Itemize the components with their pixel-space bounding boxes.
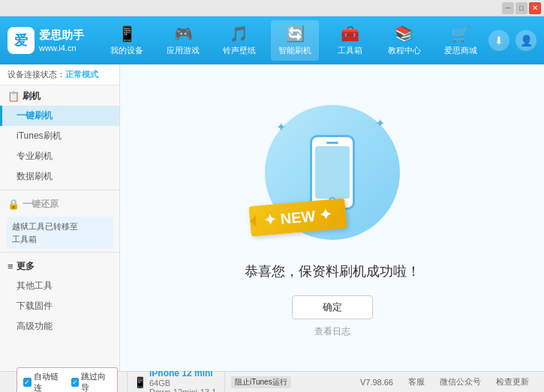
nav-item-apps[interactable]: 🎮 应用游戏 <box>159 20 207 61</box>
sidebar-section-flash: 📋 刷机 <box>0 85 119 106</box>
auto-connect-label: 自动链连 <box>34 371 64 393</box>
sidebar-item-advanced[interactable]: 高级功能 <box>0 316 119 337</box>
skip-guide-cb-box[interactable] <box>71 378 80 387</box>
skip-guide-label: 跳过向导 <box>81 371 111 393</box>
sidebar-item-other-tools[interactable]: 其他工具 <box>0 276 119 296</box>
logo-icon-text: 爱 <box>14 31 28 49</box>
restore-section-icon: 🔒 <box>8 199 20 210</box>
download-button[interactable]: ⬇ <box>488 30 509 51</box>
nav-flash-icon: 🔄 <box>286 25 305 43</box>
nav-items: 📱 我的设备 🎮 应用游戏 🎵 铃声壁纸 🔄 智能刷机 🧰 工具箱 📚 教程中心… <box>99 20 488 61</box>
nav-flash-label: 智能刷机 <box>278 45 311 56</box>
more-section-label: 更多 <box>17 260 35 273</box>
nav-item-toolbox[interactable]: 🧰 工具箱 <box>327 20 372 61</box>
maximize-button[interactable]: □ <box>515 2 527 14</box>
skip-guide-checkbox[interactable]: 跳过向导 <box>71 371 112 393</box>
sidebar-item-data-flash[interactable]: 数据刷机 <box>0 166 119 187</box>
sidebar-divider-1 <box>0 190 119 190</box>
nav-tutorial-label: 教程中心 <box>388 45 421 56</box>
nav-apps-label: 应用游戏 <box>167 45 200 56</box>
sidebar-item-pro-flash[interactable]: 专业刷机 <box>0 146 119 166</box>
nav-toolbox-icon: 🧰 <box>341 25 359 43</box>
itunes-area: 阻止iTunes运行 <box>225 376 297 388</box>
user-button[interactable]: 👤 <box>515 30 536 51</box>
nav-toolbox-label: 工具箱 <box>338 45 362 56</box>
main-area: 设备连接状态：正常模式 📋 刷机 一键刷机 iTunes刷机 专业刷机 数据刷机… <box>0 64 544 371</box>
title-bar: ─ □ ✕ <box>0 0 544 16</box>
version-label: V7.98.66 <box>360 378 393 387</box>
sub-link[interactable]: 查看日志 <box>314 325 350 338</box>
status-label: 设备连接状态： <box>8 70 65 79</box>
auto-connect-cb-box[interactable] <box>23 378 32 387</box>
bottom-bar: 自动链连 跳过向导 📱 iPhone 12 mini 64GB Down-12m… <box>0 371 544 392</box>
bottom-status-items: V7.98.66 客服 微信公众号 检查更新 <box>360 376 536 388</box>
nav-apps-icon: 🎮 <box>174 25 193 43</box>
nav-item-smart-flash[interactable]: 🔄 智能刷机 <box>271 20 319 61</box>
device-storage: 64GB <box>149 379 216 388</box>
sidebar: 设备连接状态：正常模式 📋 刷机 一键刷机 iTunes刷机 专业刷机 数据刷机… <box>0 64 120 371</box>
left-panel: 设备连接状态：正常模式 📋 刷机 一键刷机 iTunes刷机 专业刷机 数据刷机… <box>0 64 120 371</box>
flash-section-icon: 📋 <box>8 91 20 102</box>
logo-sub-text: www.i4.cn <box>39 43 84 53</box>
sidebar-info-box: 越狱工具已转移至工具箱 <box>6 217 113 249</box>
confirm-button[interactable]: 确定 <box>292 295 373 319</box>
flash-section-label: 刷机 <box>23 90 41 103</box>
restore-section-label: 一键还原 <box>23 198 59 211</box>
auto-connect-checkbox[interactable]: 自动链连 <box>23 371 64 393</box>
nav-tutorial-icon: 📚 <box>395 25 413 43</box>
nav-right: ⬇ 👤 <box>488 30 536 51</box>
service-link[interactable]: 客服 <box>408 376 425 388</box>
nav-item-store[interactable]: 🛒 爱思商城 <box>437 20 485 61</box>
sidebar-section-more: ≡ 更多 <box>0 256 119 276</box>
bottom-left: 自动链连 跳过向导 <box>8 372 128 392</box>
stop-itunes-button[interactable]: 阻止iTunes运行 <box>231 376 291 388</box>
phone-screen <box>315 146 350 199</box>
status-value: 正常模式 <box>65 70 98 79</box>
nav-item-tutorial[interactable]: 📚 教程中心 <box>380 20 428 61</box>
wechat-link[interactable]: 微信公众号 <box>440 376 481 388</box>
new-text: NEW <box>279 208 315 227</box>
sparkle-tl: ✦ <box>276 120 286 134</box>
sidebar-item-download-firmware[interactable]: 下载固件 <box>0 296 119 316</box>
device-details: iPhone 12 mini 64GB Down-12mini-13,1 <box>149 368 216 393</box>
logo-icon: 爱 <box>8 27 35 54</box>
device-card: 📱 iPhone 12 mini 64GB Down-12mini-13,1 <box>128 372 225 392</box>
close-button[interactable]: ✕ <box>529 2 541 14</box>
nav-ringtone-icon: 🎵 <box>230 25 248 43</box>
logo: 爱 爱思助手 www.i4.cn <box>8 27 84 54</box>
nav-ringtone-label: 铃声壁纸 <box>223 45 256 56</box>
device-model: Down-12mini-13,1 <box>149 388 216 393</box>
top-nav: 爱 爱思助手 www.i4.cn 📱 我的设备 🎮 应用游戏 🎵 铃声壁纸 🔄 … <box>0 16 544 64</box>
status-bar: 设备连接状态：正常模式 <box>0 64 119 85</box>
logo-main-text: 爱思助手 <box>39 28 84 43</box>
more-section-icon: ≡ <box>8 261 14 272</box>
success-message: 恭喜您，保资料刷机成功啦！ <box>245 262 420 280</box>
sparkle-tr: ✦ <box>375 116 385 130</box>
nav-device-icon: 📱 <box>118 25 137 43</box>
sidebar-item-one-key-flash[interactable]: 一键刷机 <box>0 106 119 126</box>
sidebar-item-itunes-flash[interactable]: iTunes刷机 <box>0 126 119 146</box>
nav-store-label: 爱思商城 <box>444 45 477 56</box>
sidebar-divider-2 <box>0 252 119 253</box>
check-update-link[interactable]: 检查更新 <box>496 376 529 388</box>
checkbox-row: 自动链连 跳过向导 <box>17 367 118 393</box>
nav-store-icon: 🛒 <box>451 25 470 43</box>
phone-speaker <box>326 142 338 144</box>
sidebar-section-restore: 🔒 一键还原 <box>0 193 119 214</box>
device-icon: 📱 <box>134 376 146 388</box>
nav-item-ringtone[interactable]: 🎵 铃声壁纸 <box>215 20 263 61</box>
phone-illustration: ✦ ✦ ✦ ✦ NEW ✦ <box>257 97 407 247</box>
nav-item-my-device[interactable]: 📱 我的设备 <box>103 20 151 61</box>
nav-device-label: 我的设备 <box>110 45 143 56</box>
content-panel: ✦ ✦ ✦ ✦ NEW ✦ 恭喜您，保资料刷机成功啦！ 确定 查看日志 <box>120 64 544 371</box>
new-star1: ✦ <box>263 211 277 229</box>
minimize-button[interactable]: ─ <box>502 2 514 14</box>
new-star2: ✦ <box>318 206 332 223</box>
logo-text: 爱思助手 www.i4.cn <box>39 28 84 53</box>
